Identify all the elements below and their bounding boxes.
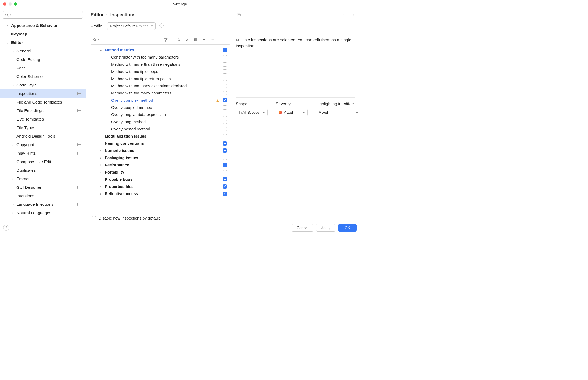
inspection-category[interactable]: ›Performance bbox=[91, 161, 230, 168]
inspection-category[interactable]: ›Modularization issues bbox=[91, 133, 230, 140]
collapse-all-icon[interactable] bbox=[185, 38, 189, 42]
inspection-item[interactable]: ›Constructor with too many parameters bbox=[91, 53, 230, 61]
chevron-right-icon[interactable]: › bbox=[99, 163, 103, 167]
chevron-right-icon[interactable]: › bbox=[11, 203, 15, 206]
inspection-checkbox[interactable] bbox=[223, 156, 227, 160]
inspection-checkbox[interactable] bbox=[223, 177, 227, 181]
inspection-item[interactable]: ›Overly long method bbox=[91, 118, 230, 125]
maximize-window-button[interactable] bbox=[14, 2, 17, 6]
sidebar-item[interactable]: ›Inspections bbox=[0, 89, 86, 98]
inspection-item[interactable]: ›Overly coupled method bbox=[91, 104, 230, 111]
disable-new-inspections-row[interactable]: Disable new inspections by default bbox=[91, 213, 230, 222]
sidebar-item[interactable]: ›Color Scheme bbox=[0, 72, 86, 81]
severity-select[interactable]: Mixed bbox=[276, 109, 308, 116]
sidebar-item[interactable]: ›GUI Designer bbox=[0, 183, 86, 192]
sidebar-item[interactable]: ›Language Injections bbox=[0, 200, 86, 209]
expand-all-icon[interactable] bbox=[177, 38, 181, 42]
inspection-checkbox[interactable] bbox=[223, 141, 227, 146]
inspection-checkbox[interactable] bbox=[223, 62, 227, 67]
sidebar-item[interactable]: ›File and Code Templates bbox=[0, 98, 86, 106]
inspection-checkbox[interactable] bbox=[223, 48, 227, 52]
highlighting-select[interactable]: Mixed bbox=[316, 109, 360, 116]
inspection-checkbox[interactable] bbox=[223, 84, 227, 88]
sidebar-item[interactable]: ›Live Templates bbox=[0, 115, 86, 123]
sidebar-item[interactable]: ›File Encodings bbox=[0, 106, 86, 115]
chevron-right-icon[interactable]: › bbox=[11, 211, 15, 214]
nav-forward-button[interactable]: → bbox=[351, 12, 355, 18]
chevron-right-icon[interactable]: › bbox=[11, 84, 15, 87]
chevron-right-icon[interactable]: › bbox=[99, 185, 103, 188]
inspection-category[interactable]: ›Properties files bbox=[91, 183, 230, 190]
inspection-checkbox[interactable] bbox=[223, 105, 227, 110]
inspection-checkbox[interactable] bbox=[223, 163, 227, 167]
inspection-checkbox[interactable] bbox=[223, 69, 227, 74]
chevron-down-icon[interactable]: ⌄ bbox=[6, 41, 10, 44]
chevron-right-icon[interactable]: › bbox=[99, 171, 103, 174]
inspection-item[interactable]: ›Method with too many exceptions declare… bbox=[91, 82, 230, 89]
inspection-checkbox[interactable] bbox=[223, 184, 227, 189]
sidebar-item[interactable]: ›Code Style bbox=[0, 81, 86, 89]
chevron-right-icon[interactable]: › bbox=[99, 149, 103, 152]
profile-select[interactable]: Project Default Project bbox=[107, 22, 155, 30]
inspection-item[interactable]: ›Method with too many parameters bbox=[91, 89, 230, 97]
inspection-checkbox[interactable] bbox=[223, 127, 227, 131]
inspection-checkbox[interactable] bbox=[223, 134, 227, 138]
chevron-right-icon[interactable]: › bbox=[99, 178, 103, 181]
inspection-checkbox[interactable] bbox=[223, 77, 227, 81]
chevron-down-icon[interactable]: ⌄ bbox=[99, 48, 103, 52]
sidebar-item[interactable]: ›Font bbox=[0, 64, 86, 72]
chevron-right-icon[interactable]: › bbox=[11, 75, 15, 78]
gear-icon[interactable] bbox=[159, 23, 164, 29]
chevron-right-icon[interactable]: › bbox=[99, 135, 103, 138]
sidebar-item[interactable]: ⌄Editor bbox=[0, 38, 86, 47]
sidebar-search-input[interactable]: ▾ bbox=[3, 11, 83, 19]
apply-button[interactable]: Apply bbox=[316, 224, 335, 232]
add-icon[interactable]: + bbox=[202, 38, 206, 42]
inspection-checkbox[interactable] bbox=[223, 98, 227, 102]
inspection-checkbox[interactable] bbox=[223, 170, 227, 174]
inspection-item[interactable]: ›Method with more than three negations bbox=[91, 61, 230, 68]
ok-button[interactable]: OK bbox=[338, 224, 357, 232]
chevron-right-icon[interactable]: › bbox=[11, 49, 15, 53]
sidebar-item[interactable]: ›Emmet bbox=[0, 175, 86, 183]
inspection-item[interactable]: ›Method with multiple loops bbox=[91, 68, 230, 75]
inspection-checkbox[interactable] bbox=[223, 55, 227, 59]
chevron-right-icon[interactable]: › bbox=[11, 143, 15, 146]
chevron-right-icon[interactable]: › bbox=[99, 156, 103, 159]
minimize-window-button[interactable] bbox=[9, 2, 12, 6]
inspection-item[interactable]: ›Overly nested method bbox=[91, 125, 230, 133]
inspection-item[interactable]: ›Method with multiple return points bbox=[91, 75, 230, 82]
inspection-category[interactable]: ⌄Method metrics bbox=[91, 46, 230, 53]
sidebar-item[interactable]: ›Android Design Tools bbox=[0, 132, 86, 141]
sidebar-item[interactable]: ›Inlay Hints bbox=[0, 149, 86, 158]
chevron-right-icon[interactable]: › bbox=[99, 142, 103, 145]
inspection-category[interactable]: ›Packaging issues bbox=[91, 154, 230, 161]
sidebar-item[interactable]: ›File Types bbox=[0, 123, 86, 132]
remove-icon[interactable]: − bbox=[211, 38, 215, 42]
inspection-checkbox[interactable] bbox=[223, 192, 227, 196]
inspections-search-input[interactable]: ▾ bbox=[91, 36, 160, 43]
sidebar-item[interactable]: ›General bbox=[0, 47, 86, 55]
reset-icon[interactable] bbox=[194, 38, 198, 42]
inspection-item[interactable]: ›Overly long lambda expression bbox=[91, 111, 230, 118]
inspection-checkbox[interactable] bbox=[223, 113, 227, 117]
sidebar-item[interactable]: ›Natural Languages bbox=[0, 209, 86, 217]
inspection-checkbox[interactable] bbox=[223, 148, 227, 153]
inspection-category[interactable]: ›Probable bugs bbox=[91, 176, 230, 183]
scope-select[interactable]: In All Scopes bbox=[236, 109, 268, 116]
help-button[interactable]: ? bbox=[3, 225, 9, 231]
filter-icon[interactable] bbox=[163, 38, 168, 42]
sidebar-item[interactable]: ›Keymap bbox=[0, 30, 86, 38]
chevron-right-icon[interactable]: › bbox=[6, 24, 10, 27]
chevron-right-icon[interactable]: › bbox=[11, 177, 15, 180]
close-window-button[interactable] bbox=[3, 2, 6, 6]
cancel-button[interactable]: Cancel bbox=[292, 224, 313, 232]
inspection-checkbox[interactable] bbox=[223, 91, 227, 95]
chevron-right-icon[interactable]: › bbox=[99, 192, 103, 195]
inspection-item[interactable]: ›Overly complex method▲ bbox=[91, 97, 230, 104]
inspection-category[interactable]: ›Numeric issues bbox=[91, 147, 230, 154]
inspection-category[interactable]: ›Reflective access bbox=[91, 190, 230, 197]
disable-new-inspections-checkbox[interactable] bbox=[92, 216, 96, 220]
sidebar-item[interactable]: ›Appearance & Behavior bbox=[0, 21, 86, 30]
sidebar-item[interactable]: ›Code Editing bbox=[0, 55, 86, 64]
